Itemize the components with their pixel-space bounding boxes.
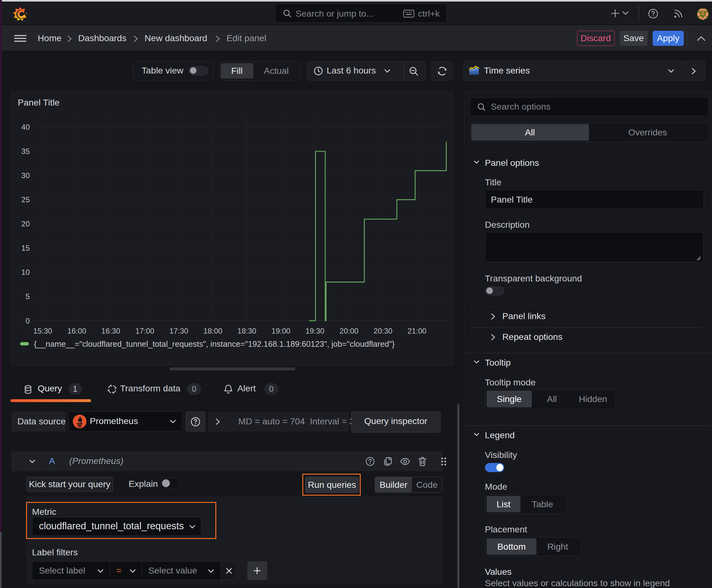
svg-text:0: 0 — [25, 317, 29, 325]
svg-text:18:30: 18:30 — [237, 327, 256, 335]
svg-text:35: 35 — [21, 147, 30, 155]
svg-text:{__name__="cloudflared_tunnel_: {__name__="cloudflared_tunnel_total_requ… — [34, 339, 395, 348]
svg-text:5: 5 — [25, 292, 29, 300]
svg-text:19:00: 19:00 — [272, 327, 290, 335]
svg-text:20: 20 — [21, 219, 30, 228]
svg-text:21:00: 21:00 — [408, 327, 426, 335]
svg-text:17:30: 17:30 — [170, 327, 188, 335]
svg-text:16:00: 16:00 — [67, 327, 86, 335]
svg-text:16:30: 16:30 — [102, 327, 120, 335]
svg-text:20:30: 20:30 — [373, 327, 392, 335]
svg-text:20:00: 20:00 — [340, 327, 359, 335]
svg-text:15: 15 — [21, 244, 30, 252]
svg-text:18:00: 18:00 — [203, 327, 222, 335]
svg-text:15:30: 15:30 — [33, 327, 52, 335]
svg-text:30: 30 — [21, 171, 30, 180]
svg-text:25: 25 — [21, 195, 30, 204]
svg-text:10: 10 — [21, 268, 30, 276]
svg-text:19:30: 19:30 — [305, 327, 324, 335]
svg-text:17:00: 17:00 — [135, 327, 154, 335]
svg-text:40: 40 — [21, 123, 30, 131]
